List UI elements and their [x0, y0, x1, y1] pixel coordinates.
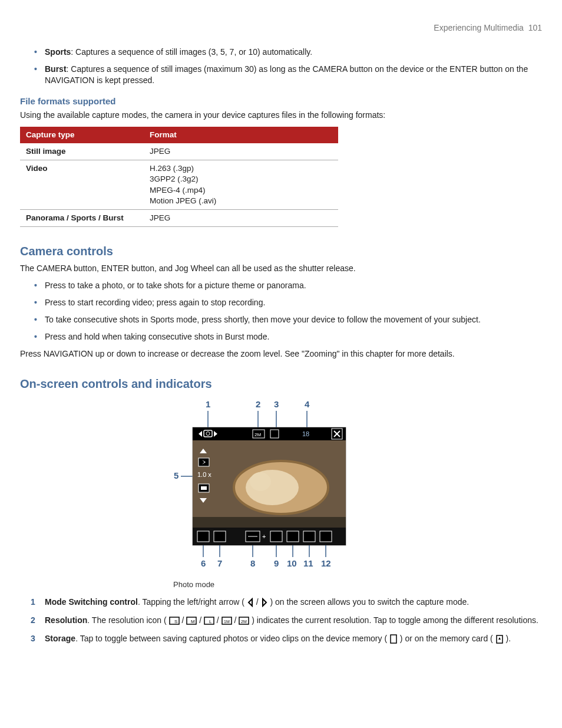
cell-format: JPEG — [144, 143, 338, 160]
item-label: Mode Switching control — [45, 597, 138, 607]
callout-10: 10 — [287, 558, 297, 568]
bullet-label: Sports — [45, 47, 71, 57]
callout-3: 3 — [274, 399, 279, 409]
header-page-number: 101 — [528, 23, 542, 32]
svg-text:S: S — [174, 619, 177, 624]
item-desc-pre: . Tap to toggle between saving captured … — [75, 634, 389, 643]
formats-table: Capture type Format Still image JPEG Vid… — [20, 127, 338, 228]
item-number: 3 — [31, 633, 35, 644]
res-icon-m: M — [186, 617, 197, 625]
cell-type: Panorama / Sports / Burst — [20, 210, 144, 227]
callout-5: 5 — [174, 470, 178, 480]
item-desc-post: ). — [504, 634, 511, 643]
svg-rect-13 — [201, 486, 207, 490]
cell-format: JPEG — [144, 210, 338, 227]
camera-controls-list: Press to take a photo, or to take shots … — [20, 280, 542, 342]
list-item: 3 Storage. Tap to toggle between saving … — [45, 633, 542, 644]
camera-ui-svg: 1 2 3 4 5 2M 18 1.0 x + — [169, 399, 393, 576]
res-icon-l: L — [204, 617, 214, 625]
callout-1: 1 — [206, 399, 210, 409]
item-number: 2 — [31, 615, 35, 626]
item-desc-post: ) on the screen allows you to switch the… — [268, 597, 470, 607]
svg-marker-25 — [263, 599, 266, 606]
resolution-label: 2M — [254, 432, 261, 437]
flash-icon — [199, 458, 209, 466]
callout-2: 2 — [256, 399, 260, 409]
svg-rect-36 — [391, 635, 396, 643]
table-header-capture-type: Capture type — [20, 127, 144, 143]
item-number: 1 — [31, 597, 35, 608]
cell-format: H.263 (.3gp) 3GPP2 (.3g2) MPEG-4 (.mp4) … — [144, 160, 338, 210]
callout-6: 6 — [201, 558, 206, 568]
item-desc-mid: ) or on the memory card ( — [398, 634, 495, 643]
item-desc-pre: . Tapping the left/right arrow ( — [138, 597, 247, 607]
res-icon-1m: 1M — [222, 617, 232, 625]
list-item: Burst: Captures a sequence of still imag… — [45, 64, 542, 86]
callout-12: 12 — [321, 558, 331, 568]
svg-marker-38 — [498, 637, 501, 640]
svg-text:2M: 2M — [241, 620, 247, 624]
settings-icon — [320, 531, 332, 542]
item-desc-mid: / — [254, 597, 261, 607]
file-formats-heading: File formats supported — [20, 95, 542, 107]
svg-text:+: + — [262, 533, 266, 540]
bullet-label: Burst — [45, 64, 67, 74]
list-item: To take consecutive shots in Sports mode… — [45, 314, 542, 325]
figure-caption: Photo mode — [173, 579, 542, 590]
list-item: 1 Mode Switching control. Tapping the le… — [45, 597, 542, 608]
list-item: Press and hold when taking consecutive s… — [45, 331, 542, 342]
table-row: Still image JPEG — [20, 143, 338, 160]
res-icon-2m: 2M — [239, 617, 249, 625]
callout-7: 7 — [217, 558, 222, 568]
list-item: 2 Resolution. The resolution icon ( S / … — [45, 615, 542, 626]
memory-card-icon — [495, 634, 504, 644]
callout-9: 9 — [274, 558, 279, 568]
device-memory-icon — [389, 634, 398, 644]
item-label: Storage — [45, 634, 75, 643]
remaining-count: 18 — [302, 430, 309, 437]
page-header: Experiencing Multimedia 101 — [20, 22, 542, 34]
effect-icon — [303, 531, 315, 542]
svg-point-10 — [250, 472, 271, 491]
res-icon-s: S — [169, 617, 180, 625]
item-desc-pre: . The resolution icon ( — [87, 615, 168, 625]
svg-text:L: L — [209, 619, 212, 624]
onscreen-items-list: 1 Mode Switching control. Tapping the le… — [20, 597, 542, 644]
camera-controls-outro: Press NAVIGATION up or down to increase … — [20, 348, 542, 360]
callout-4: 4 — [305, 399, 310, 409]
left-bracket-arrow-icon — [247, 598, 254, 607]
cell-type: Video — [20, 160, 144, 210]
svg-rect-11 — [193, 517, 346, 528]
callout-8: 8 — [250, 558, 255, 568]
bullet-desc: : Captures a sequence of still images (3… — [71, 47, 312, 57]
onscreen-heading: On-screen controls and indicators — [20, 376, 542, 392]
header-section: Experiencing Multimedia — [434, 23, 524, 32]
camera-controls-intro: The CAMERA button, ENTER button, and Jog… — [20, 263, 542, 274]
camera-controls-heading: Camera controls — [20, 243, 542, 259]
bullet-desc: : Captures a sequence of still images (m… — [45, 64, 528, 85]
table-row: Panorama / Sports / Burst JPEG — [20, 210, 338, 227]
svg-text:1M: 1M — [224, 620, 230, 624]
table-row: Video H.263 (.3gp) 3GPP2 (.3g2) MPEG-4 (… — [20, 160, 338, 210]
tool-icon-2 — [214, 531, 226, 542]
callout-11: 11 — [303, 558, 313, 568]
wb-icon — [270, 531, 282, 542]
list-item: Press to start recording video; press ag… — [45, 297, 542, 308]
zoom-level: 1.0 x — [197, 471, 211, 478]
svg-text:M: M — [191, 619, 195, 624]
table-header-format: Format — [144, 127, 338, 143]
right-bracket-arrow-icon — [261, 598, 268, 607]
list-item: Press to take a photo, or to take shots … — [45, 280, 542, 291]
file-formats-intro: Using the available capture modes, the c… — [20, 110, 542, 121]
cell-type: Still image — [20, 143, 144, 160]
timer-icon — [287, 531, 299, 542]
top-bullet-list: Sports: Captures a sequence of still ima… — [20, 47, 542, 86]
camera-screenshot-figure: 1 2 3 4 5 2M 18 1.0 x + — [20, 399, 542, 590]
list-item: Sports: Captures a sequence of still ima… — [45, 47, 542, 58]
svg-marker-24 — [249, 599, 252, 606]
item-desc-post: ) indicates the current resolution. Tap … — [249, 615, 538, 625]
item-label: Resolution — [45, 615, 87, 625]
tool-icon-1 — [197, 531, 209, 542]
